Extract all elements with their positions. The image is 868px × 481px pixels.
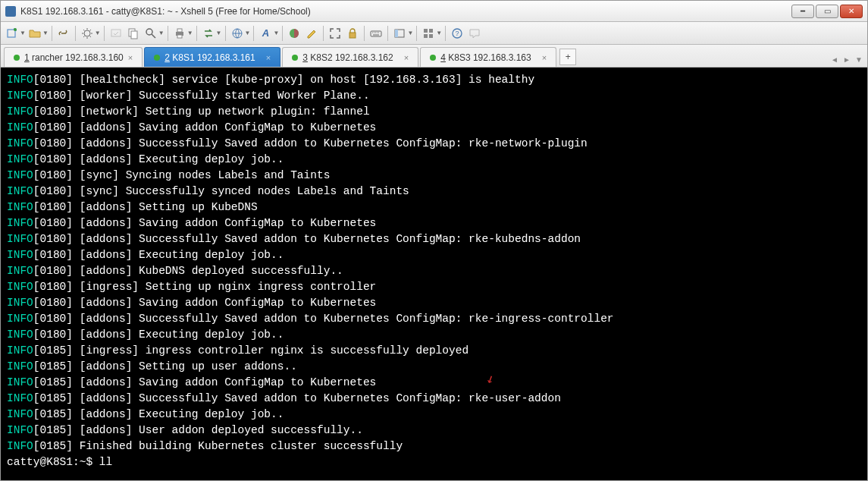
close-tab-icon[interactable]: × (266, 53, 271, 62)
separator (104, 26, 105, 41)
session-tab[interactable]: 2 K8S1 192.168.3.161× (144, 47, 280, 67)
dropdown-icon[interactable]: ▼ (95, 30, 101, 36)
separator (364, 26, 365, 41)
tab-next-icon[interactable]: ► (841, 55, 852, 64)
lock-icon[interactable] (344, 25, 361, 42)
close-tab-icon[interactable]: × (404, 53, 409, 62)
log-line: INFO[0185] [addons] Saving addon ConfigM… (7, 375, 861, 391)
dropdown-icon[interactable]: ▼ (245, 30, 251, 36)
status-dot-icon (14, 55, 20, 61)
log-line: INFO[0180] [network] Setting up network … (7, 104, 861, 120)
svg-rect-16 (424, 29, 428, 33)
separator (387, 26, 388, 41)
separator (323, 26, 324, 41)
status-dot-icon (430, 55, 436, 61)
maximize-button[interactable]: ▭ (816, 5, 838, 18)
log-line: INFO[0180] [addons] Successfully Saved a… (7, 136, 861, 152)
dropdown-icon[interactable]: ▼ (436, 30, 442, 36)
color-scheme-icon[interactable] (286, 25, 302, 42)
svg-rect-0 (8, 30, 15, 37)
prompt-line: catty@K8S1:~$ ll (7, 454, 861, 470)
dropdown-icon[interactable]: ▼ (273, 30, 279, 36)
log-line: INFO[0185] [addons] Successfully Saved a… (7, 391, 861, 407)
tab-list-icon[interactable]: ▼ (854, 55, 864, 64)
new-session-icon[interactable] (4, 25, 20, 42)
help-icon[interactable]: ? (449, 25, 465, 42)
session-tab[interactable]: 4 K8S3 192.168.3.163× (420, 47, 556, 67)
open-icon[interactable] (27, 25, 43, 42)
log-line: INFO[0180] [addons] Executing deploy job… (7, 327, 861, 343)
tab-label: 3 K8S2 192.168.3.162 (302, 52, 393, 63)
tab-label: 1 rancher 192.168.3.160 (24, 52, 124, 63)
minimize-button[interactable]: ━ (791, 5, 814, 18)
log-line: INFO[0180] [addons] Successfully Saved a… (7, 311, 861, 327)
toolbar: ▼ ▼ ▼ ▼ ▼ ▼ ▼ A▼ ▼ ▼ ? (1, 22, 867, 45)
window-title: K8S1 192.168.3.161 - catty@K8S1: ~ - Xsh… (20, 6, 791, 17)
svg-rect-9 (177, 35, 182, 38)
dropdown-icon[interactable]: ▼ (187, 30, 193, 36)
log-line: INFO[0180] [worker] Successfully started… (7, 88, 861, 104)
separator (253, 26, 254, 41)
tab-prev-icon[interactable]: ◄ (829, 55, 840, 64)
log-line: INFO[0180] [addons] Saving addon ConfigM… (7, 120, 861, 136)
dropdown-icon[interactable]: ▼ (42, 30, 49, 36)
separator (52, 26, 52, 41)
svg-rect-8 (177, 29, 182, 32)
dropdown-icon[interactable]: ▼ (158, 30, 165, 36)
globe-icon[interactable] (229, 25, 246, 42)
highlight-icon[interactable] (303, 25, 320, 42)
terminal-output[interactable]: ↙ INFO[0180] [healthcheck] service [kube… (1, 68, 867, 481)
svg-rect-5 (131, 31, 137, 39)
status-dot-icon (292, 55, 298, 61)
dropdown-icon[interactable]: ▼ (407, 30, 413, 36)
log-line: INFO[0180] [healthcheck] service [kube-p… (7, 72, 861, 88)
app-icon (5, 6, 16, 17)
feedback-icon[interactable] (466, 25, 483, 42)
log-line: INFO[0180] [addons] Executing deploy job… (7, 152, 861, 168)
log-line: INFO[0185] [addons] User addon deployed … (7, 423, 861, 439)
svg-rect-3 (111, 30, 121, 36)
font-icon[interactable]: A (257, 25, 274, 42)
log-line: INFO[0185] [ingress] ingress controller … (7, 343, 861, 359)
svg-rect-19 (429, 34, 433, 38)
copy-icon[interactable] (125, 25, 142, 42)
separator (445, 26, 446, 41)
dropdown-icon[interactable]: ▼ (20, 30, 26, 36)
log-line: INFO[0180] [sync] Successfully synced no… (7, 184, 861, 200)
link-icon[interactable] (55, 25, 72, 42)
titlebar: K8S1 192.168.3.161 - catty@K8S1: ~ - Xsh… (1, 1, 867, 22)
svg-rect-12 (349, 33, 356, 38)
log-line: INFO[0180] [addons] KubeDNS deployed suc… (7, 263, 861, 279)
session-tab[interactable]: 1 rancher 192.168.3.160× (4, 47, 143, 67)
separator (75, 26, 76, 41)
session-tab[interactable]: 3 K8S2 192.168.3.162× (282, 47, 418, 67)
print-icon[interactable] (171, 25, 188, 42)
close-tab-icon[interactable]: × (128, 53, 133, 62)
tab-label: 2 K8S1 192.168.3.161 (165, 52, 255, 63)
svg-rect-18 (424, 34, 428, 38)
dropdown-icon[interactable]: ▼ (216, 30, 222, 36)
separator (196, 26, 197, 41)
separator (416, 26, 417, 41)
svg-rect-15 (395, 30, 398, 37)
properties-icon[interactable] (79, 25, 96, 42)
fullscreen-icon[interactable] (327, 25, 343, 42)
log-line: INFO[0180] [addons] Successfully Saved a… (7, 231, 861, 247)
layout-icon[interactable] (420, 25, 437, 42)
transfer-icon[interactable] (200, 25, 217, 42)
separator (225, 26, 226, 41)
search-icon[interactable] (143, 25, 159, 42)
log-line: INFO[0180] [addons] Executing deploy job… (7, 247, 861, 263)
log-line: INFO[0185] [addons] Executing deploy job… (7, 407, 861, 423)
svg-rect-13 (371, 31, 381, 36)
sidebar-icon[interactable] (391, 25, 408, 42)
reconnect-icon[interactable] (108, 25, 124, 42)
tab-nav: ◄ ► ▼ (829, 55, 864, 64)
close-button[interactable]: ✕ (840, 5, 863, 18)
keyboard-icon[interactable] (368, 25, 384, 42)
log-line: INFO[0180] [sync] Syncing nodes Labels a… (7, 168, 861, 184)
close-tab-icon[interactable]: × (542, 53, 547, 62)
add-tab-button[interactable]: + (559, 49, 576, 65)
separator (282, 26, 283, 41)
svg-point-1 (14, 28, 17, 31)
